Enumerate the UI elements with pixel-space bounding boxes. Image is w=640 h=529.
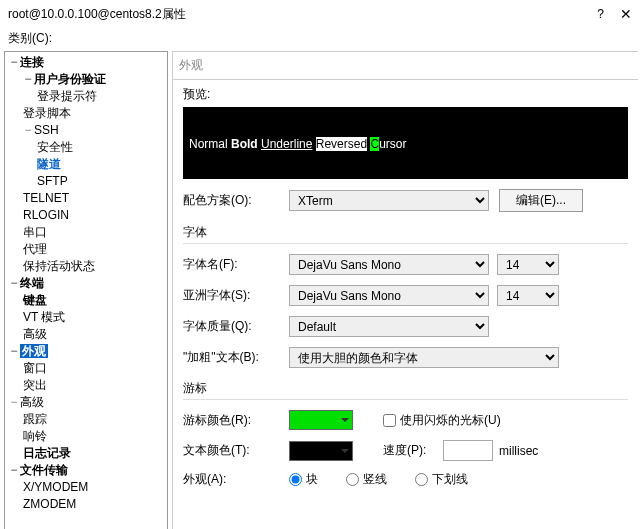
- text-color-well[interactable]: [289, 441, 353, 461]
- tree-sftp[interactable]: SFTP: [37, 174, 68, 188]
- scheme-label: 配色方案(O):: [183, 192, 289, 209]
- radio-vline[interactable]: [346, 473, 359, 486]
- tree-zmodem[interactable]: ZMODEM: [23, 497, 76, 511]
- tree-appearance[interactable]: −外观: [9, 344, 48, 358]
- tree-vtmode[interactable]: VT 模式: [23, 310, 65, 324]
- speed-label: 速度(P):: [383, 442, 443, 459]
- millisec-label: millisec: [499, 444, 538, 458]
- font-quality-select[interactable]: Default: [289, 316, 489, 337]
- tree-file-transfer[interactable]: −文件传输: [9, 463, 68, 477]
- tree-login-script[interactable]: 登录脚本: [23, 106, 71, 120]
- blink-label: 使用闪烁的光标(U): [400, 412, 501, 429]
- tab-appearance[interactable]: 外观: [179, 57, 203, 74]
- tree-xymodem[interactable]: X/YMODEM: [23, 480, 88, 494]
- font-size-select[interactable]: 14: [497, 254, 559, 275]
- terminal-preview: Normal Bold Underline Reversed Cursor re…: [183, 107, 628, 179]
- asian-font-select[interactable]: DejaVu Sans Mono: [289, 285, 489, 306]
- tree-keepalive[interactable]: 保持活动状态: [23, 259, 95, 273]
- content-panel: 外观 预览: Normal Bold Underline Reversed Cu…: [172, 51, 638, 529]
- tree-connection[interactable]: −连接: [9, 55, 44, 69]
- tree-advanced-1[interactable]: 高级: [23, 327, 47, 341]
- title-bar: root@10.0.0.100@centos8.2属性 ? ✕: [0, 0, 640, 28]
- tree-trace[interactable]: 跟踪: [23, 412, 47, 426]
- speed-input[interactable]: [443, 440, 493, 461]
- category-tree[interactable]: −连接 −用户身份验证 登录提示符 登录脚本 −SSH 安全性 隧道 SFTP …: [4, 51, 168, 529]
- tree-auth[interactable]: −用户身份验证: [23, 72, 106, 86]
- blink-checkbox[interactable]: [383, 414, 396, 427]
- cursor-color-well[interactable]: [289, 410, 353, 430]
- cursor-section: 游标: [183, 380, 628, 397]
- tree-rlogin[interactable]: RLOGIN: [23, 208, 69, 222]
- font-section: 字体: [183, 224, 628, 241]
- tree-highlight[interactable]: 突出: [23, 378, 47, 392]
- tree-login-prompt[interactable]: 登录提示符: [37, 89, 97, 103]
- preview-label: 预览:: [183, 86, 628, 103]
- radio-block[interactable]: [289, 473, 302, 486]
- asian-font-label: 亚洲字体(S):: [183, 287, 289, 304]
- tree-serial[interactable]: 串口: [23, 225, 47, 239]
- help-icon[interactable]: ?: [597, 7, 604, 21]
- category-label: 类别(C):: [0, 28, 640, 51]
- tree-telnet[interactable]: TELNET: [23, 191, 69, 205]
- tree-logging[interactable]: 日志记录: [23, 446, 71, 460]
- cursor-color-label: 游标颜色(R):: [183, 412, 289, 429]
- radio-uline[interactable]: [415, 473, 428, 486]
- scheme-select[interactable]: XTerm: [289, 190, 489, 211]
- edit-button[interactable]: 编辑(E)...: [499, 189, 583, 212]
- tab-bar: 外观: [173, 52, 638, 80]
- asian-size-select[interactable]: 14: [497, 285, 559, 306]
- window-title: root@10.0.0.100@centos8.2属性: [8, 6, 597, 23]
- tree-window[interactable]: 窗口: [23, 361, 47, 375]
- tree-bell[interactable]: 响铃: [23, 429, 47, 443]
- bold-text-select[interactable]: 使用大胆的颜色和字体: [289, 347, 559, 368]
- close-icon[interactable]: ✕: [620, 6, 632, 22]
- bold-text-label: "加粗"文本(B):: [183, 349, 289, 366]
- tree-security[interactable]: 安全性: [37, 140, 73, 154]
- appearance-a-label: 外观(A):: [183, 471, 289, 488]
- tree-terminal[interactable]: −终端: [9, 276, 44, 290]
- font-name-label: 字体名(F):: [183, 256, 289, 273]
- tree-tunnel[interactable]: 隧道: [37, 157, 61, 171]
- text-color-label: 文本颜色(T):: [183, 442, 289, 459]
- tree-proxy[interactable]: 代理: [23, 242, 47, 256]
- font-name-select[interactable]: DejaVu Sans Mono: [289, 254, 489, 275]
- tree-keyboard[interactable]: 键盘: [23, 293, 47, 307]
- font-quality-label: 字体质量(Q):: [183, 318, 289, 335]
- tree-ssh[interactable]: −SSH: [23, 123, 59, 137]
- tree-advanced-2[interactable]: −高级: [9, 395, 44, 409]
